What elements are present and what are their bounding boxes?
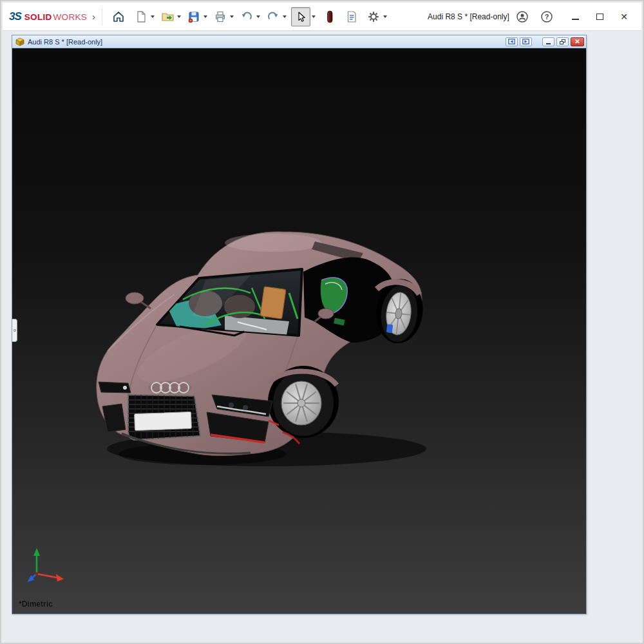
options-button[interactable]: [365, 8, 382, 25]
print-icon: [214, 10, 227, 23]
solidworks-logo: 3S SOLIDWORKS: [9, 10, 87, 23]
view-orientation-label: *Dimetric: [19, 600, 53, 609]
save-dropdown-icon[interactable]: [204, 15, 207, 18]
options-gear-icon: [367, 10, 380, 23]
capsule-icon: [323, 10, 336, 24]
minimize-icon: [572, 19, 579, 20]
help-button[interactable]: ?: [540, 10, 554, 24]
part-document-icon: [15, 37, 24, 46]
new-document-icon: [135, 10, 147, 23]
save-button[interactable]: [185, 8, 202, 25]
print-button[interactable]: [212, 8, 229, 25]
doc-minimize-button[interactable]: [542, 37, 554, 46]
pane-previous-button[interactable]: [506, 37, 518, 46]
panel-collapse-tab[interactable]: [12, 319, 17, 342]
minimize-button[interactable]: [568, 10, 582, 24]
window-controls: ? ✕: [515, 10, 631, 24]
undo-icon: [240, 10, 253, 23]
pane-next-icon: [522, 39, 529, 44]
doc-close-icon: ✕: [574, 38, 580, 45]
capsule-tool-button[interactable]: [321, 8, 338, 25]
select-tool-button[interactable]: [291, 7, 310, 26]
car-model: [12, 48, 586, 614]
undo-dropdown-icon[interactable]: [256, 15, 260, 18]
user-account-button[interactable]: [515, 10, 529, 24]
new-document-button[interactable]: [133, 8, 149, 25]
print-dropdown-icon[interactable]: [230, 15, 234, 18]
pane-previous-icon: [508, 39, 515, 44]
doc-minimize-icon: [546, 43, 551, 44]
menu-expand-arrow[interactable]: ›: [92, 11, 95, 22]
maximize-button[interactable]: [592, 10, 607, 24]
solidworks-window: 3S SOLIDWORKS ›: [0, 0, 644, 644]
doc-restore-icon: [560, 39, 565, 44]
select-dropdown-icon[interactable]: [312, 15, 316, 18]
maximize-icon: [596, 14, 603, 20]
home-button[interactable]: [110, 8, 127, 25]
document-title: Audi R8 S * [Read-only]: [28, 38, 102, 46]
redo-dropdown-icon[interactable]: [283, 15, 287, 18]
triad-x-axis[interactable]: [37, 574, 57, 578]
document-window: Audi R8 S * [Read-only]: [12, 35, 587, 614]
open-dropdown-icon[interactable]: [177, 15, 181, 18]
collapse-tab-icon: [14, 329, 16, 332]
undo-button[interactable]: [238, 8, 255, 25]
doc-close-button[interactable]: ✕: [571, 37, 584, 46]
triad-y-arrow: [33, 548, 40, 556]
viewport-3d[interactable]: *Dimetric: [12, 48, 586, 614]
mdi-client-area: Audi R8 S * [Read-only]: [3, 32, 641, 641]
close-button[interactable]: ✕: [617, 10, 631, 24]
main-toolbar: 3S SOLIDWORKS ›: [3, 3, 641, 31]
window-title: Audi R8 S * [Read-only]: [428, 12, 509, 21]
select-cursor-icon: [295, 11, 307, 23]
close-icon: ✕: [620, 12, 628, 22]
svg-text:?: ?: [545, 13, 549, 21]
open-button[interactable]: [159, 8, 176, 25]
new-document-dropdown-icon[interactable]: [151, 15, 155, 18]
document-window-controls: ✕: [506, 37, 584, 46]
document-properties-button[interactable]: [343, 8, 360, 25]
document-titlebar[interactable]: Audi R8 S * [Read-only]: [12, 35, 586, 48]
user-account-icon: [516, 10, 529, 23]
triad-origin: [35, 573, 39, 576]
redo-button[interactable]: [265, 8, 281, 25]
document-properties-icon: [345, 10, 358, 23]
save-icon: [187, 10, 200, 23]
brand-works-text: WORKS: [53, 12, 88, 22]
pane-next-button[interactable]: [520, 37, 532, 46]
help-icon: ?: [540, 10, 553, 23]
redo-icon: [267, 10, 279, 23]
toolbar-separator: [102, 8, 102, 25]
brand-solid-text: SOLID: [24, 12, 52, 22]
dassault-3ds-logo-icon: 3S: [9, 10, 21, 23]
orientation-triad[interactable]: [23, 543, 74, 592]
triad-x-arrow: [56, 574, 64, 582]
options-dropdown-icon[interactable]: [383, 15, 387, 18]
doc-restore-button[interactable]: [556, 37, 569, 46]
open-folder-icon: [161, 10, 175, 23]
home-icon: [112, 10, 125, 23]
